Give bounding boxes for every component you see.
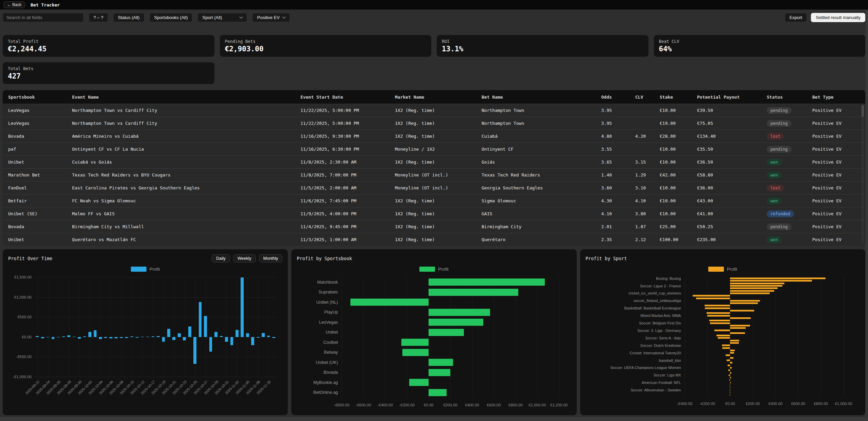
table-cell: Northampton Town	[477, 108, 596, 113]
gridline	[195, 277, 195, 377]
status-badge: won	[767, 236, 782, 243]
category-label: Soccer: Serie A - Italy	[587, 336, 681, 340]
legend-swatch	[131, 267, 146, 272]
table-row[interactable]: BovadaAmérica Mineiro vs Cuiabá11/16/202…	[3, 130, 865, 142]
table-row[interactable]: BovadaBirmingham City vs Millwall11/4/20…	[3, 220, 865, 233]
table-row[interactable]: UnibetQuerétaro vs Mazatlán FC11/3/2025,…	[3, 233, 865, 246]
gridline	[685, 277, 685, 396]
table-scrollbar-thumb[interactable]	[862, 105, 864, 117]
gridline	[35, 277, 276, 277]
page-horizontal-scrollbar[interactable]	[0, 417, 868, 421]
stat-card-pending-bets: Pending Bets €2,903.00	[220, 35, 432, 57]
monthly-button[interactable]: Monthly	[259, 254, 283, 263]
table-cell: Northampton Town vs Cardiff City	[67, 121, 296, 126]
category-label: BetOnline.ag	[298, 390, 338, 395]
table-row[interactable]: pafOntinyent CF vs CF La Nucia11/16/2025…	[3, 142, 865, 155]
table-row[interactable]: BetfairFC Noah vs Sigma Olomouc11/6/2025…	[3, 194, 865, 207]
search-input[interactable]	[3, 13, 84, 22]
profit-bar	[230, 337, 233, 346]
range-buttons: Daily Weekly Monthly	[212, 254, 282, 263]
table-cell: pending	[762, 146, 808, 153]
table-cell: Cuiabá	[477, 134, 596, 139]
status-badge: refunded	[767, 210, 794, 217]
table-cell: 4.80	[596, 134, 630, 139]
table-cell: Positive EV	[808, 224, 865, 229]
table-cell: 3.80	[630, 211, 655, 216]
x-axis-tick-label: €200.00	[746, 402, 760, 406]
status-badge: pending	[767, 146, 792, 153]
table-cell: GAIS	[477, 211, 596, 216]
settle-result-button[interactable]: Settled result manually	[811, 13, 865, 22]
profit-bar	[730, 362, 732, 364]
sport-filter-select[interactable]: Sport (All)	[197, 13, 247, 22]
table-cell: €43.00	[692, 198, 762, 203]
back-button[interactable]: ← Back	[3, 1, 25, 8]
table-cell: 3.95	[596, 108, 630, 113]
table-cell: Birmingham City vs Millwall	[67, 224, 296, 229]
x-axis-tick-label: -€400.00	[677, 402, 692, 406]
bets-table-body: LeoVegasNorthampton Town vs Cardiff City…	[3, 104, 865, 246]
profit-bar	[350, 299, 429, 306]
table-cell: Birmingham City	[477, 224, 596, 229]
profit-bar	[429, 359, 453, 366]
status-badge: lost	[767, 133, 784, 140]
table-cell: Positive EV	[808, 159, 865, 165]
table-scrollbar[interactable]	[862, 105, 864, 244]
bet-type-filter-select[interactable]: Positive EV	[252, 13, 290, 22]
table-row[interactable]: FanDuelEast Carolina Pirates vs Georgia …	[3, 181, 865, 194]
weekly-button[interactable]: Weekly	[233, 254, 256, 263]
x-axis-tick-label: -€800.00	[334, 403, 349, 407]
gridline	[111, 277, 111, 377]
profit-bar	[83, 336, 86, 337]
table-row[interactable]: UnibetCuiabá vs Goiás11/8/2025, 2:30:00 …	[3, 155, 865, 168]
gridline	[206, 277, 206, 377]
table-cell: 3.60	[596, 185, 630, 190]
table-cell: 3.15	[630, 159, 655, 165]
page-vertical-scrollbar[interactable]	[866, 10, 868, 417]
table-cell: Goiás	[477, 159, 596, 165]
x-axis-tick-label: €1,000.00	[835, 402, 852, 406]
table-cell: €35.50	[692, 147, 762, 152]
gridline	[268, 277, 269, 377]
bets-table-header: Sportsbook Event Name Event Start Date M…	[3, 90, 865, 104]
category-label: Soccer: Dutch Eredivisie	[587, 343, 681, 348]
profit-bar	[730, 292, 770, 294]
table-row[interactable]: LeoVegasNorthampton Town vs Cardiff City…	[3, 104, 865, 117]
date-range-button[interactable]: ? – ?	[89, 13, 108, 22]
chart-title: Profit by Sport	[586, 256, 627, 261]
profit-bar	[730, 389, 730, 391]
stat-card-total-profit: Total Profit €2,244.45	[3, 35, 214, 57]
status-filter-button[interactable]: Status (All)	[113, 13, 144, 22]
gridline	[100, 277, 101, 377]
chart-title: Profit Over Time	[8, 256, 52, 261]
table-cell: 2.01	[596, 224, 630, 229]
export-button[interactable]: Export	[785, 13, 807, 22]
column-header: Bet Type	[808, 95, 865, 100]
sportsbooks-filter-button[interactable]: Sportsbooks (All)	[150, 13, 193, 22]
status-badge: won	[767, 159, 782, 166]
chart-x-axis: 2025-09-222025-09-242025-09-262025-09-28…	[35, 379, 276, 415]
table-cell: €50.25	[692, 224, 762, 229]
gridline	[537, 277, 538, 398]
profit-by-sportsbook-chart: Profit by Sportsbook Profit MatchbookSup…	[291, 249, 576, 415]
table-cell: Malmo FF vs GAIS	[67, 211, 296, 216]
table-row[interactable]: Unibet (SE)Malmo FF vs GAIS11/9/2025, 4:…	[3, 207, 865, 220]
chart-legend: Profit	[8, 266, 282, 272]
y-axis-tick-label: -€1,000.00	[13, 375, 32, 379]
table-row[interactable]: Marathon BetTexas Tech Red Raiders vs BY…	[3, 168, 865, 181]
table-cell: €25.00	[655, 224, 692, 229]
table-row[interactable]: LeoVegasNorthampton Town vs Cardiff City…	[3, 117, 865, 130]
stat-value: €2,903.00	[225, 45, 427, 53]
profit-bar	[730, 340, 739, 341]
table-cell: €58.80	[692, 172, 762, 178]
table-cell: 3.65	[596, 159, 630, 165]
profit-bar	[429, 279, 545, 286]
gridline	[121, 277, 122, 377]
profit-bar	[696, 298, 730, 299]
table-cell: Texas Tech Red Raiders vs BYU Cougars	[67, 172, 296, 178]
page-title: Bet Tracker	[31, 2, 60, 7]
daily-button[interactable]: Daily	[212, 254, 230, 263]
gridline	[37, 277, 38, 377]
gridline	[90, 277, 90, 377]
table-cell: €36.50	[692, 159, 762, 165]
